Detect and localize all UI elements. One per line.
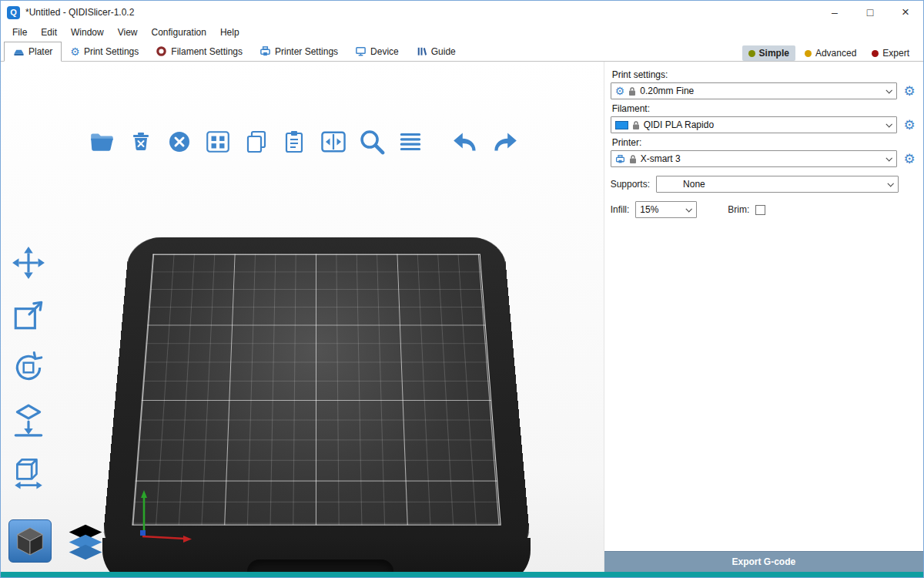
printer-gear-button[interactable]: ⚙ xyxy=(902,153,917,166)
brim-checkbox[interactable] xyxy=(755,205,765,215)
minimize-button[interactable]: – xyxy=(817,1,852,24)
mode-advanced[interactable]: Advanced xyxy=(798,45,862,61)
viewport-3d[interactable] xyxy=(1,62,604,572)
move-tool-button[interactable] xyxy=(7,244,50,282)
measure-icon xyxy=(11,455,46,490)
open-file-button[interactable] xyxy=(87,126,118,157)
brim-label: Brim: xyxy=(728,204,749,215)
3d-editor-cube-icon xyxy=(12,523,49,560)
split-icon xyxy=(319,127,348,156)
menu-view[interactable]: View xyxy=(111,24,145,41)
arrange-icon xyxy=(204,128,232,156)
delete-button[interactable] xyxy=(126,126,156,157)
menu-help[interactable]: Help xyxy=(213,24,246,41)
paste-button[interactable] xyxy=(280,126,310,157)
filament-gear-button[interactable]: ⚙ xyxy=(902,119,917,132)
mode-label: Simple xyxy=(759,48,789,59)
mode-label: Advanced xyxy=(815,48,856,59)
supports-combo[interactable]: None xyxy=(656,176,899,193)
supports-label: Supports: xyxy=(611,179,650,190)
maximize-button[interactable]: □ xyxy=(852,1,888,24)
preview-view-button[interactable] xyxy=(64,519,107,563)
window-controls: – □ × xyxy=(817,1,923,24)
tab-guide[interactable]: Guide xyxy=(407,42,464,61)
advanced-mode-icon xyxy=(805,50,812,57)
print-settings-combo[interactable]: ⚙ 0.20mm Fine xyxy=(611,82,897,99)
scale-tool-button[interactable] xyxy=(7,296,50,334)
print-settings-label: Print settings: xyxy=(612,69,917,80)
chevron-down-icon xyxy=(886,87,892,93)
bed-handle xyxy=(247,560,393,572)
variable-layer-height-button[interactable] xyxy=(395,126,426,157)
menu-file[interactable]: File xyxy=(5,24,34,41)
device-monitor-icon xyxy=(355,45,367,57)
tab-filament-settings[interactable]: Filament Settings xyxy=(147,42,251,61)
supports-value: None xyxy=(683,179,705,190)
view-switch xyxy=(8,519,107,563)
tab-label: Guide xyxy=(431,46,456,57)
close-button[interactable]: × xyxy=(888,1,923,24)
sliced-layers-icon xyxy=(65,521,105,561)
printer-combo[interactable]: X-smart 3 xyxy=(611,150,897,167)
export-gcode-button[interactable]: Export G-code xyxy=(604,551,923,572)
tab-device[interactable]: Device xyxy=(346,42,407,61)
arrange-button[interactable] xyxy=(203,126,233,157)
undo-arrow-icon xyxy=(450,128,481,156)
printer-icon xyxy=(615,154,625,164)
plater-icon xyxy=(13,46,25,58)
supports-row: Supports: None xyxy=(611,176,917,193)
filament-row: QIDI PLA Rapido ⚙ xyxy=(611,116,917,133)
scale-icon xyxy=(11,297,46,333)
search-button[interactable] xyxy=(357,126,387,157)
title-bar: Q *Untitled - QIDISlicer-1.0.2 – □ × xyxy=(1,1,923,24)
tab-label: Printer Settings xyxy=(275,46,338,57)
lock-icon xyxy=(629,154,637,164)
menu-configuration[interactable]: Configuration xyxy=(145,24,213,41)
search-icon xyxy=(357,126,387,157)
copy-button[interactable] xyxy=(241,126,272,157)
chevron-down-icon xyxy=(686,206,692,212)
layers-lines-icon xyxy=(397,128,424,156)
infill-combo[interactable]: 15% xyxy=(635,201,697,218)
tab-printer-settings[interactable]: Printer Settings xyxy=(251,42,346,61)
mode-simple[interactable]: Simple xyxy=(742,45,795,61)
filament-spool-icon xyxy=(156,45,167,57)
trash-icon xyxy=(128,129,154,155)
guide-books-icon xyxy=(416,45,427,57)
tab-label: Print Settings xyxy=(84,46,139,57)
rotate-tool-button[interactable] xyxy=(7,348,50,387)
measure-tool-button[interactable] xyxy=(7,453,50,492)
printer-label: Printer: xyxy=(612,137,917,148)
print-settings-row: ⚙ 0.20mm Fine ⚙ xyxy=(611,82,917,99)
redo-button[interactable] xyxy=(489,126,520,157)
tab-plater[interactable]: Plater xyxy=(4,42,62,62)
menu-window[interactable]: Window xyxy=(64,24,111,41)
menu-bar: File Edit Window View Configuration Help xyxy=(1,24,923,41)
mode-expert[interactable]: Expert xyxy=(865,45,916,61)
menu-edit[interactable]: Edit xyxy=(34,24,64,41)
chevron-down-icon xyxy=(887,180,893,187)
copy-icon xyxy=(243,129,270,155)
filament-combo[interactable]: QIDI PLA Rapido xyxy=(611,116,897,133)
gear-icon: ⚙ xyxy=(615,86,625,96)
app-window: Q *Untitled - QIDISlicer-1.0.2 – □ × Fil… xyxy=(0,0,924,578)
mode-label: Expert xyxy=(882,48,909,59)
place-on-face-tool-button[interactable] xyxy=(7,401,50,439)
filament-value: QIDI PLA Rapido xyxy=(644,119,714,130)
tab-bar: Plater ⚙ Print Settings Filament Setting… xyxy=(1,41,923,62)
infill-value: 15% xyxy=(640,204,658,215)
editor-view-button[interactable] xyxy=(8,519,52,563)
undo-button[interactable] xyxy=(450,126,481,157)
delete-all-icon xyxy=(166,129,192,155)
print-settings-gear-button[interactable]: ⚙ xyxy=(902,85,917,98)
chevron-down-icon xyxy=(886,155,892,161)
print-settings-tab-icon: ⚙ xyxy=(70,46,80,57)
expert-mode-icon xyxy=(872,50,879,57)
app-logo-icon: Q xyxy=(7,6,20,19)
main-area: Print settings: ⚙ 0.20mm Fine ⚙ Filament… xyxy=(1,62,923,572)
split-button[interactable] xyxy=(318,126,349,157)
lock-icon xyxy=(628,86,636,96)
tab-label: Device xyxy=(370,46,399,57)
tab-print-settings[interactable]: ⚙ Print Settings xyxy=(62,42,147,61)
delete-all-button[interactable] xyxy=(164,126,195,157)
